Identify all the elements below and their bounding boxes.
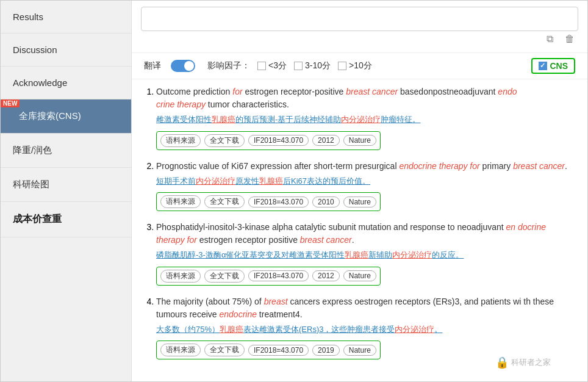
- search-input[interactable]: [141, 7, 578, 31]
- result-title-1: Outcome prediction for estrogen receptor…: [156, 85, 575, 111]
- translate-label: 翻译: [144, 60, 161, 71]
- sidebar-item-chengben[interactable]: 成本价查重: [1, 202, 131, 237]
- tag-year-2: 2010: [312, 196, 340, 207]
- tags-row-1: 语料来源 全文下载 IF2018=43.070 2012 Nature: [156, 131, 381, 150]
- filter-gt10-label: >10分: [349, 60, 372, 71]
- delete-icon[interactable]: 🗑: [565, 34, 578, 47]
- cns-checkbox: [539, 62, 547, 70]
- filter-3-10-checkbox[interactable]: [294, 62, 303, 70]
- italic-red-4a: breast: [264, 297, 288, 306]
- filter-lt3-label: <3分: [268, 60, 287, 71]
- tag-if-4: IF2018=43.070: [248, 345, 309, 356]
- search-icons: ⧉ 🗑: [141, 31, 578, 49]
- red-span-3b: 内分泌治疗: [392, 250, 432, 259]
- tag-year-3: 2012: [312, 270, 340, 281]
- tag-source-4[interactable]: 语料来源: [160, 344, 201, 356]
- tag-journal-4: Nature: [343, 345, 376, 356]
- tag-source-1[interactable]: 语料来源: [160, 134, 201, 147]
- tag-if-2: IF2018=43.070: [248, 196, 309, 207]
- sidebar-item-kehui[interactable]: 科研绘图: [1, 168, 131, 202]
- new-badge: NEW: [1, 99, 20, 107]
- tags-row-2: 语料来源 全文下载 IF2018=43.070 2010 Nature: [156, 192, 381, 211]
- cns-label: CNS: [550, 61, 568, 71]
- red-span-1b: 内分泌治疗: [341, 115, 381, 124]
- red-span-4a: 乳腺癌: [220, 325, 243, 334]
- red-span-4b: 内分泌治疗: [395, 325, 434, 334]
- search-bar-area: ⧉ 🗑: [132, 1, 587, 53]
- chinese-title-4[interactable]: 大多数（约75%）乳腺癌表达雌激素受体(ERs)3，这些肿瘤患者接受内分泌治疗。: [156, 323, 575, 336]
- watermark: 🔒 科研者之家: [495, 356, 551, 369]
- red-span-3a: 乳腺癌: [345, 250, 368, 259]
- result-item-3: Phosphatidyl-inositol-3-kinase alpha cat…: [156, 221, 575, 286]
- tag-if-1: IF2018=43.070: [248, 135, 309, 146]
- toggle-thumb: [184, 61, 194, 71]
- filter-3-10[interactable]: 3-10分: [294, 60, 331, 71]
- tag-source-2[interactable]: 语料来源: [160, 195, 201, 208]
- filter-3-10-label: 3-10分: [305, 60, 331, 71]
- tag-download-2[interactable]: 全文下载: [204, 195, 245, 208]
- result-title-2: Prognostic value of Ki67 expression afte…: [156, 160, 575, 173]
- tag-journal-1: Nature: [343, 135, 376, 146]
- sidebar-item-quanku[interactable]: 全库搜索(CNS): [1, 99, 131, 134]
- sidebar-item-acknowledge[interactable]: Acknowledge: [1, 67, 131, 99]
- tag-journal-2: Nature: [343, 196, 376, 207]
- red-span-2b: 乳腺癌: [259, 176, 283, 186]
- cns-button[interactable]: CNS: [531, 58, 575, 74]
- italic-red-1c: endocrine therapy: [156, 87, 517, 109]
- italic-red-1a: for: [232, 87, 242, 96]
- result-title-3: Phosphatidyl-inositol-3-kinase alpha cat…: [156, 221, 575, 247]
- italic-red-3b: breast cancer: [300, 235, 352, 245]
- sidebar: Results Discussion Acknowledge NEW 全库搜索(…: [1, 1, 132, 381]
- tag-download-4[interactable]: 全文下载: [204, 344, 245, 356]
- sidebar-item-discussion[interactable]: Discussion: [1, 34, 131, 67]
- sidebar-item-quanku-wrapper: NEW 全库搜索(CNS): [1, 99, 131, 134]
- filter-lt3-checkbox[interactable]: [257, 62, 266, 70]
- result-title-4: The majority (about 75%) of breast cance…: [156, 295, 575, 321]
- sidebar-item-jiangchong[interactable]: 降重/润色: [1, 134, 131, 168]
- filter-bar: 翻译 影响因子： <3分 3-10分 >10分 CNS: [132, 53, 587, 79]
- tag-if-3: IF2018=43.070: [248, 270, 309, 281]
- chinese-title-2[interactable]: 短期手术前内分泌治疗原发性乳腺癌后Ki67表达的预后价值。: [156, 175, 575, 187]
- chinese-title-3[interactable]: 磷脂酰肌醇-3-激酶α催化亚基突变及对雌激素受体阳性乳腺癌新辅助内分泌治疗的反应…: [156, 249, 575, 261]
- result-item-4: The majority (about 75%) of breast cance…: [156, 295, 575, 360]
- result-item-2: Prognostic value of Ki67 expression afte…: [156, 160, 575, 212]
- italic-red-2b: breast cancer: [513, 161, 565, 171]
- red-span-2a: 内分泌治疗: [196, 176, 235, 186]
- tags-row-4: 语料来源 全文下载 IF2018=43.070 2019 Nature: [156, 341, 381, 359]
- toggle-switch[interactable]: [171, 60, 195, 72]
- italic-red-4b: endocrine: [219, 309, 257, 319]
- italic-red-1b: breast cancer: [346, 87, 398, 96]
- chinese-title-1[interactable]: 雌激素受体阳性乳腺癌的预后预测-基于后续神经辅助内分泌治疗肿瘤特征。: [156, 114, 575, 126]
- main-content: ⧉ 🗑 翻译 影响因子： <3分 3-10分 >10分: [132, 1, 587, 381]
- tag-source-3[interactable]: 语料来源: [160, 270, 201, 283]
- watermark-text: 科研者之家: [511, 357, 551, 368]
- tag-year-1: 2012: [312, 135, 340, 146]
- sidebar-item-results[interactable]: Results: [1, 1, 131, 34]
- filter-gt10[interactable]: >10分: [338, 60, 372, 71]
- tag-journal-3: Nature: [343, 270, 376, 281]
- results-area: Outcome prediction for estrogen receptor…: [132, 79, 587, 381]
- italic-red-2a: endocrine therapy for: [399, 161, 479, 171]
- copy-icon[interactable]: ⧉: [547, 34, 560, 47]
- tag-year-4: 2019: [312, 345, 340, 356]
- toggle-track[interactable]: [171, 60, 195, 72]
- tag-download-1[interactable]: 全文下载: [204, 134, 245, 147]
- tag-download-3[interactable]: 全文下载: [204, 270, 245, 283]
- tags-row-3: 语料来源 全文下载 IF2018=43.070 2012 Nature: [156, 267, 381, 286]
- app-container: Results Discussion Acknowledge NEW 全库搜索(…: [0, 0, 588, 382]
- filter-gt10-checkbox[interactable]: [338, 62, 346, 70]
- filter-lt3[interactable]: <3分: [257, 60, 287, 71]
- result-item-1: Outcome prediction for estrogen receptor…: [156, 85, 575, 150]
- impact-label: 影响因子：: [207, 60, 250, 71]
- red-span-1a: 乳腺癌: [212, 115, 235, 124]
